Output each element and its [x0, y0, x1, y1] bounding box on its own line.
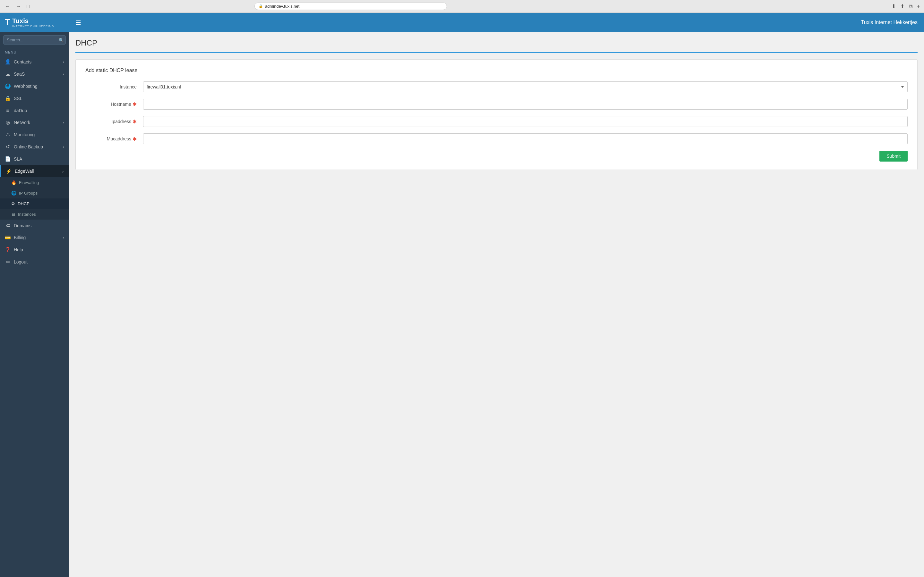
form-actions: Submit: [86, 151, 908, 161]
content-area: DHCP Add static DHCP lease Instance fire…: [69, 32, 924, 176]
company-name: Tuxis Internet Hekkertjes: [861, 19, 918, 25]
ssl-label: SSL: [14, 96, 22, 101]
sidebar-item-ip-groups[interactable]: 🌐 IP Groups: [0, 188, 69, 198]
ssl-icon: 🔒: [5, 95, 11, 101]
online-backup-label: Online Backup: [14, 144, 43, 149]
ip-groups-icon: 🌐: [11, 191, 16, 195]
sidebar-item-webhosting[interactable]: 🌐 Webhosting: [0, 80, 69, 92]
sidebar-item-billing[interactable]: 💳 Billing ‹: [0, 231, 69, 243]
macaddress-row: Macaddress ✱: [86, 133, 908, 144]
sidebar-item-contacts[interactable]: 👤 Contacts ‹: [0, 56, 69, 68]
domains-label: Domains: [14, 223, 31, 228]
hostname-label: Hostname ✱: [86, 101, 143, 107]
network-chevron: ‹: [63, 121, 64, 124]
webhosting-label: Webhosting: [14, 84, 37, 89]
form-card-title: Add static DHCP lease: [86, 68, 908, 73]
tabs-icon[interactable]: ⧉: [908, 3, 913, 10]
sidebar-item-dadup[interactable]: ≡ daDup: [0, 105, 69, 116]
search-button[interactable]: 🔍: [59, 37, 64, 42]
sla-label: SLA: [14, 156, 22, 161]
dadup-icon: ≡: [5, 108, 11, 113]
ipaddress-label: Ipaddress ✱: [86, 119, 143, 125]
download-icon[interactable]: ⬇: [891, 2, 897, 10]
tux-icon: T: [5, 17, 10, 27]
ipaddress-input[interactable]: [143, 116, 908, 127]
saas-label: SaaS: [14, 71, 25, 77]
dadup-label: daDup: [14, 108, 27, 113]
contacts-icon: 👤: [5, 59, 11, 65]
instance-label: Instance: [86, 84, 143, 89]
logout-label: Logout: [14, 259, 27, 264]
edgewall-label: EdgeWall: [15, 169, 34, 174]
url-text: admindev.tuxis.net: [265, 4, 299, 9]
instances-icon: 🖥: [11, 212, 15, 217]
submit-button[interactable]: Submit: [879, 151, 908, 161]
hostname-input[interactable]: [143, 99, 908, 110]
logout-icon: ⇦: [5, 259, 11, 265]
sidebar-item-domains[interactable]: 🏷 Domains: [0, 219, 69, 231]
macaddress-label: Macaddress ✱: [86, 136, 143, 142]
webhosting-icon: 🌐: [5, 83, 11, 89]
lock-icon: 🔒: [258, 4, 263, 8]
sidebar-logo: T Tuxis Internet Engineering: [0, 13, 69, 32]
sidebar-item-logout[interactable]: ⇦ Logout: [0, 256, 69, 268]
sidebar-item-monitoring[interactable]: ⚠ Monitoring: [0, 129, 69, 141]
ipaddress-row: Ipaddress ✱: [86, 116, 908, 127]
billing-label: Billing: [14, 235, 26, 240]
online-backup-icon: ↺: [5, 144, 11, 150]
share-icon[interactable]: ⬆: [899, 2, 905, 10]
domains-icon: 🏷: [5, 223, 11, 228]
browser-actions: ⬇ ⬆ ⧉ +: [891, 2, 921, 10]
forward-button[interactable]: →: [14, 3, 23, 10]
new-tab-button[interactable]: +: [916, 3, 921, 10]
billing-icon: 💳: [5, 235, 11, 240]
address-bar: 🔒 admindev.tuxis.net: [254, 3, 447, 10]
sla-icon: 📄: [5, 156, 11, 162]
network-icon: ◎: [5, 119, 11, 125]
main-content: DHCP Add static DHCP lease Instance fire…: [69, 32, 924, 577]
search-wrapper: 🔍: [3, 35, 66, 45]
sidebar-item-network[interactable]: ◎ Network ‹: [0, 116, 69, 129]
search-input[interactable]: [3, 35, 66, 45]
page-title: DHCP: [75, 39, 918, 47]
app-container: T Tuxis Internet Engineering 🔍 Menu 👤 Co…: [0, 13, 924, 577]
help-label: Help: [14, 247, 23, 252]
back-button[interactable]: ←: [3, 3, 11, 10]
hostname-required: ✱: [132, 101, 137, 107]
browser-chrome: ← → □ 🔒 admindev.tuxis.net ⬇ ⬆ ⧉ +: [0, 0, 924, 13]
sidebar-item-help[interactable]: ❓ Help: [0, 243, 69, 256]
tab-square-button[interactable]: □: [25, 3, 31, 10]
hamburger-icon[interactable]: ☰: [75, 19, 81, 26]
hostname-row: Hostname ✱: [86, 99, 908, 110]
edgewall-icon: ⚡: [6, 168, 11, 174]
sidebar-item-dhcp[interactable]: ⚙ DHCP: [0, 198, 69, 209]
logo-subtitle: Internet Engineering: [12, 25, 54, 28]
macaddress-input[interactable]: [143, 133, 908, 144]
monitoring-label: Monitoring: [14, 132, 35, 137]
form-card: Add static DHCP lease Instance firewall0…: [75, 59, 918, 170]
menu-label: Menu: [0, 48, 69, 56]
monitoring-icon: ⚠: [5, 132, 11, 137]
sidebar-item-saas[interactable]: ☁ SaaS ‹: [0, 68, 69, 80]
sidebar-item-edgewall[interactable]: ⚡ EdgeWall ⌄: [0, 165, 69, 177]
saas-icon: ☁: [5, 71, 11, 77]
sidebar: T Tuxis Internet Engineering 🔍 Menu 👤 Co…: [0, 13, 69, 577]
instance-row: Instance firewall01.tuxis.nl: [86, 81, 908, 92]
edgewall-subnav: 🔥 Firewalling 🌐 IP Groups ⚙ DHCP 🖥 Insta…: [0, 177, 69, 219]
instance-select[interactable]: firewall01.tuxis.nl: [143, 81, 908, 92]
macaddress-required: ✱: [132, 136, 137, 142]
contacts-chevron: ‹: [63, 60, 64, 64]
contacts-label: Contacts: [14, 59, 31, 64]
sidebar-item-instances[interactable]: 🖥 Instances: [0, 209, 69, 219]
sidebar-item-sla[interactable]: 📄 SLA: [0, 153, 69, 165]
online-backup-chevron: ‹: [63, 145, 64, 149]
sidebar-item-ssl[interactable]: 🔒 SSL: [0, 92, 69, 105]
sidebar-item-firewalling[interactable]: 🔥 Firewalling: [0, 177, 69, 188]
sidebar-item-online-backup[interactable]: ↺ Online Backup ‹: [0, 141, 69, 153]
ipaddress-required: ✱: [132, 119, 137, 125]
firewalling-label: Firewalling: [19, 180, 39, 185]
edgewall-chevron: ⌄: [61, 169, 64, 173]
ip-groups-label: IP Groups: [19, 191, 37, 195]
logo-name: Tuxis: [12, 17, 29, 24]
billing-chevron: ‹: [63, 235, 64, 239]
